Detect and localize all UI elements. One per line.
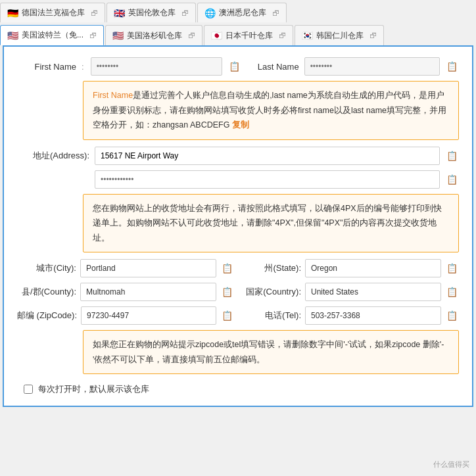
tab-uk[interactable]: 🇬🇧 英国伦敦仓库 🗗	[107, 3, 196, 22]
tab-us-la-label: 美国洛杉矶仓库	[127, 30, 182, 41]
tab-de-flag: 🇩🇪	[7, 8, 18, 18]
watermark: 什么值得买	[433, 460, 469, 469]
zip-notice-box: 如果您正在购物的网站提示zipcode或tel填写错误，请删除数字中间'-'试试…	[83, 330, 459, 374]
zip-tel-row: 邮编 (ZipCode): 📋 电话(Tel): 📋	[17, 306, 459, 325]
zip-copy-btn[interactable]: 📋	[220, 309, 234, 322]
city-copy-btn[interactable]: 📋	[220, 262, 234, 275]
tel-col: 电话(Tel): 📋	[242, 306, 459, 325]
zip-col: 邮编 (ZipCode): 📋	[17, 306, 234, 325]
address-label: 地址(Address):	[17, 150, 89, 162]
name-notice-box: First Name是通过完善个人账户信息自动生成的,last name为系统自…	[83, 81, 459, 140]
county-col: 县/郡(County): 📋	[17, 283, 234, 301]
first-name-colon: :	[82, 62, 84, 72]
country-col: 国家(Country): 📋	[242, 283, 459, 301]
zip-input[interactable]	[81, 306, 216, 325]
tab-au[interactable]: 🌐 澳洲悉尼仓库 🗗	[197, 3, 287, 22]
tab-row-1: 🇩🇪 德国法兰克福仓库 🗗 🇬🇧 英国伦敦仓库 🗗 🌐 澳洲悉尼仓库 🗗	[0, 0, 476, 22]
footer-checkbox-label: 每次打开时，默认展示该仓库	[38, 383, 149, 395]
country-label: 国家(Country):	[242, 286, 301, 298]
county-label: 县/郡(County):	[17, 286, 76, 298]
tab-jp-flag: 🇯🇵	[211, 30, 222, 41]
first-name-label: First Name	[17, 62, 76, 72]
state-col: 州(State): 📋	[242, 259, 459, 277]
address1-input[interactable]	[95, 147, 440, 165]
name-row: First Name : 📋 Last Name 📋	[17, 57, 459, 76]
country-input[interactable]	[305, 283, 441, 301]
tab-jp-label: 日本千叶仓库	[226, 30, 273, 41]
city-state-row: 城市(City): 📋 州(State): 📋	[17, 259, 459, 277]
address-row-2: 📋	[17, 170, 459, 189]
state-copy-btn[interactable]: 📋	[445, 262, 459, 275]
county-input[interactable]	[80, 283, 216, 301]
address1-copy-btn[interactable]: 📋	[445, 149, 459, 162]
state-label: 州(State):	[242, 262, 301, 274]
tel-label: 电话(Tel):	[242, 310, 301, 321]
tab-au-close[interactable]: 🗗	[272, 9, 279, 17]
last-name-input[interactable]	[304, 57, 440, 76]
last-name-copy-btn[interactable]: 📋	[445, 60, 459, 73]
tel-input[interactable]	[305, 306, 441, 325]
county-copy-btn[interactable]: 📋	[220, 285, 234, 298]
city-label: 城市(City):	[17, 262, 76, 274]
tab-de-label: 德国法兰克福仓库	[22, 7, 85, 18]
tab-us-portland[interactable]: 🇺🇸 美国波特兰（免... 🗗	[0, 25, 104, 45]
address2-copy-btn[interactable]: 📋	[445, 173, 459, 186]
tab-de[interactable]: 🇩🇪 德国法兰克福仓库 🗗	[0, 3, 105, 22]
tab-us-portland-close[interactable]: 🗗	[89, 32, 97, 39]
tab-row-2: 🇺🇸 美国波特兰（免... 🗗 🇺🇸 美国洛杉矶仓库 🗗 🇯🇵 日本千叶仓库 🗗…	[0, 22, 476, 45]
address-row-1: 地址(Address): 📋	[17, 147, 459, 165]
tab-jp[interactable]: 🇯🇵 日本千叶仓库 🗗	[204, 25, 293, 45]
tab-us-portland-flag: 🇺🇸	[7, 30, 18, 41]
tab-de-close[interactable]: 🗗	[91, 9, 98, 17]
tab-kr-flag: 🇰🇷	[302, 30, 313, 41]
tab-uk-close[interactable]: 🗗	[181, 9, 189, 17]
county-country-row: 县/郡(County): 📋 国家(Country): 📋	[17, 283, 459, 301]
tab-us-la[interactable]: 🇺🇸 美国洛杉矶仓库 🗗	[105, 25, 202, 45]
city-col: 城市(City): 📋	[17, 259, 234, 277]
tab-au-label: 澳洲悉尼仓库	[219, 7, 266, 18]
name-notice-text: First Name是通过完善个人账户信息自动生成的,last name为系统自…	[93, 91, 446, 130]
state-input[interactable]	[305, 259, 441, 277]
tab-uk-flag: 🇬🇧	[114, 8, 125, 18]
address-notice-text: 您在购物网站上的收货地址会有两行，请按照此格式填写，以确保4PX后的编号能够打印…	[93, 204, 442, 243]
address2-input[interactable]	[95, 170, 440, 189]
last-name-label: Last Name	[247, 62, 299, 72]
tab-kr[interactable]: 🇰🇷 韩国仁川仓库 🗗	[295, 25, 384, 45]
footer-row: 每次打开时，默认展示该仓库	[17, 383, 459, 395]
tab-au-flag: 🌐	[204, 8, 216, 18]
tab-us-la-flag: 🇺🇸	[112, 30, 124, 41]
zip-label: 邮编 (ZipCode):	[17, 310, 77, 321]
tab-kr-close[interactable]: 🗗	[369, 32, 377, 39]
tab-uk-label: 英国伦敦仓库	[128, 7, 176, 18]
default-warehouse-checkbox[interactable]	[24, 385, 33, 394]
city-input[interactable]	[80, 259, 216, 277]
tab-jp-close[interactable]: 🗗	[279, 32, 286, 39]
country-copy-btn[interactable]: 📋	[445, 285, 459, 298]
first-name-input[interactable]	[91, 57, 222, 76]
address-notice-box: 您在购物网站上的收货地址会有两行，请按照此格式填写，以确保4PX后的编号能够打印…	[83, 194, 459, 253]
name-notice-copy[interactable]: 复制	[232, 120, 249, 130]
zip-notice-text: 如果您正在购物的网站提示zipcode或tel填写错误，请删除数字中间'-'试试…	[93, 340, 444, 364]
main-panel: First Name : 📋 Last Name 📋 First Name是通过…	[3, 45, 473, 407]
first-name-copy-btn[interactable]: 📋	[227, 60, 241, 73]
tab-us-la-close[interactable]: 🗗	[188, 32, 195, 39]
tab-kr-label: 韩国仁川仓库	[316, 30, 364, 41]
tel-copy-btn[interactable]: 📋	[445, 309, 459, 322]
tab-us-portland-label: 美国波特兰（免...	[22, 30, 83, 41]
app-container: 🇩🇪 德国法兰克福仓库 🗗 🇬🇧 英国伦敦仓库 🗗 🌐 澳洲悉尼仓库 🗗 🇺🇸 …	[0, 0, 476, 407]
